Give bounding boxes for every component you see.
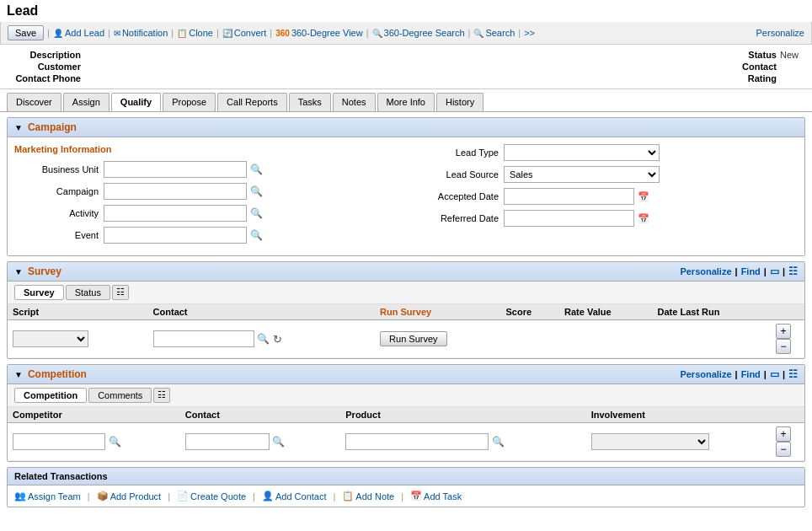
more-link[interactable]: >>: [524, 28, 535, 38]
add-note-link[interactable]: 📋 Add Note: [342, 491, 394, 502]
activity-input[interactable]: [104, 205, 247, 222]
add-task-link[interactable]: 📅 Add Task: [410, 491, 462, 502]
quote-icon: 📄: [177, 491, 189, 502]
survey-personalize-link[interactable]: Personalize: [680, 266, 731, 276]
tab-qualify[interactable]: Qualify: [111, 93, 161, 111]
survey-contact-search-btn[interactable]: 🔍: [256, 331, 271, 346]
competition-grid-icon[interactable]: ☷: [788, 368, 798, 380]
tab-assign[interactable]: Assign: [63, 93, 110, 111]
survey-collapse-icon[interactable]: ▼: [14, 267, 23, 276]
accepted-date-cal-btn[interactable]: 📅: [636, 189, 651, 204]
search-360-link[interactable]: 🔍360-Degree Search: [372, 28, 465, 38]
view-360-link[interactable]: 360360-Degree View: [275, 28, 362, 38]
comp-contact-input[interactable]: [185, 433, 270, 450]
competition-sep1: |: [735, 369, 738, 379]
convert-link[interactable]: 🔄Convert: [222, 28, 267, 38]
event-wrap: 🔍: [104, 227, 264, 244]
comp-product-search-btn[interactable]: 🔍: [490, 434, 505, 449]
campaign-collapse-icon[interactable]: ▼: [14, 123, 23, 132]
survey-remove-btn[interactable]: −: [776, 339, 791, 354]
comp-involvement-select[interactable]: [591, 433, 709, 450]
toolbar-sep-2: |: [106, 28, 112, 38]
survey-col-score: Score: [501, 304, 560, 320]
create-quote-link[interactable]: 📄 Create Quote: [177, 491, 246, 502]
survey-subtab-icon[interactable]: ☷: [112, 285, 129, 300]
event-search-btn[interactable]: 🔍: [248, 228, 264, 243]
clone-icon: 📋: [177, 29, 187, 38]
competition-collapse-icon[interactable]: ▼: [14, 370, 23, 379]
personalize-link[interactable]: Personalize: [756, 28, 804, 38]
survey-body: Survey Status ☷ Script Contact Run Surve…: [8, 282, 804, 358]
comp-involvement-cell: [586, 423, 771, 461]
survey-row: 🔍 ↻ Run Survey + −: [8, 320, 804, 358]
survey-subtab-survey[interactable]: Survey: [14, 285, 64, 300]
accepted-date-input[interactable]: [504, 188, 634, 205]
activity-search-btn[interactable]: 🔍: [248, 206, 264, 221]
tab-call-reports[interactable]: Call Reports: [217, 93, 287, 111]
comp-add-btn[interactable]: +: [776, 426, 791, 442]
comp-competitor-input[interactable]: [13, 433, 105, 450]
event-input[interactable]: [104, 227, 247, 244]
competition-find-link[interactable]: Find: [741, 369, 761, 379]
tab-discover[interactable]: Discover: [7, 93, 61, 111]
lead-type-select[interactable]: [504, 144, 660, 161]
competition-expand-icon[interactable]: ▭: [770, 368, 779, 380]
survey-script-select[interactable]: [13, 330, 88, 347]
campaign-wrap: 🔍: [104, 183, 264, 200]
survey-grid-icon[interactable]: ☷: [788, 266, 798, 277]
lead-source-select[interactable]: Sales: [504, 166, 660, 183]
header-right: Status New Contact Rating: [709, 50, 799, 83]
survey-refresh-btn[interactable]: ↻: [273, 333, 282, 346]
referred-date-input[interactable]: [504, 210, 634, 227]
clone-link[interactable]: 📋Clone: [177, 28, 213, 38]
campaign-section-header: ▼ Campaign: [8, 118, 804, 137]
add-product-link[interactable]: 📦 Add Product: [97, 491, 162, 502]
referred-date-row: Referred Date 📅: [414, 210, 798, 227]
tab-tasks[interactable]: Tasks: [289, 93, 331, 111]
campaign-input[interactable]: [104, 183, 247, 200]
survey-expand-icon[interactable]: ▭: [770, 266, 779, 277]
accepted-date-label: Accepted Date: [414, 191, 499, 201]
assign-team-link[interactable]: 👥 Assign Team: [14, 491, 81, 502]
tabs: Discover Assign Qualify Propose Call Rep…: [0, 89, 812, 112]
product-icon: 📦: [97, 491, 109, 502]
comp-col-actions: [771, 407, 804, 423]
tab-history[interactable]: History: [436, 93, 483, 111]
toolbar-sep-1: |: [45, 28, 51, 38]
competition-sep2: |: [764, 369, 767, 379]
comp-remove-btn[interactable]: −: [776, 442, 791, 457]
survey-find-link[interactable]: Find: [741, 266, 761, 276]
competition-personalize-link[interactable]: Personalize: [680, 369, 731, 379]
survey-contact-input[interactable]: [153, 330, 254, 347]
survey-table: Script Contact Run Survey Score Rate Val…: [8, 304, 804, 358]
notification-link[interactable]: ✉Notification: [114, 28, 168, 38]
business-unit-search-btn[interactable]: 🔍: [248, 162, 264, 177]
business-unit-input[interactable]: [104, 161, 247, 178]
competition-subtab-comments[interactable]: Comments: [88, 388, 152, 403]
toolbar-sep-7: |: [467, 28, 473, 38]
comp-product-input[interactable]: [345, 433, 489, 450]
tab-propose[interactable]: Propose: [163, 93, 216, 111]
tab-more-info[interactable]: More Info: [377, 93, 435, 111]
run-survey-button[interactable]: Run Survey: [380, 331, 446, 346]
toolbar: Save | 👤Add Lead | ✉Notification | 📋Clon…: [0, 22, 812, 45]
page-title: Lead: [0, 0, 812, 22]
campaign-search-btn[interactable]: 🔍: [248, 184, 264, 199]
survey-subtab-status[interactable]: Status: [66, 285, 110, 300]
referred-date-cal-btn[interactable]: 📅: [636, 211, 651, 226]
competition-subtab-icon[interactable]: ☷: [153, 388, 170, 403]
save-button[interactable]: Save: [8, 25, 44, 40]
comp-contact-search-btn[interactable]: 🔍: [271, 434, 286, 449]
tab-notes[interactable]: Notes: [333, 93, 376, 111]
comp-competitor-search-btn[interactable]: 🔍: [107, 434, 122, 449]
search-link[interactable]: 🔍Search: [473, 28, 515, 38]
add-lead-link[interactable]: 👤Add Lead: [53, 28, 104, 38]
competition-subtab-competition[interactable]: Competition: [14, 388, 87, 403]
activity-label: Activity: [14, 208, 99, 218]
toolbar-sep-8: |: [516, 28, 522, 38]
survey-add-btn[interactable]: +: [776, 324, 791, 339]
survey-sep3: |: [783, 266, 785, 276]
add-contact-link[interactable]: 👤 Add Contact: [262, 491, 327, 502]
campaign-label: Campaign: [14, 186, 99, 196]
survey-subtabs: Survey Status ☷: [8, 282, 804, 304]
